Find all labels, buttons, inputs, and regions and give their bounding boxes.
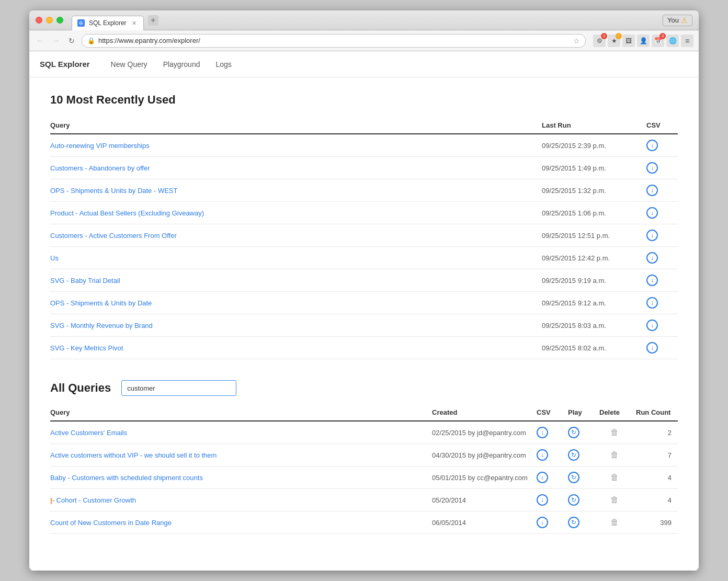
- recently-used-title: 10 Most Recently Used: [50, 93, 678, 107]
- search-input[interactable]: [121, 380, 236, 396]
- recently-used-row: Product - Actual Best Sellers (Excluding…: [50, 202, 678, 224]
- play-button[interactable]: ↻: [568, 517, 579, 528]
- col-header-all-query: Query: [50, 404, 432, 421]
- url-bar[interactable]: 🔒 https://www.epantry.com/explorer/ ☆: [82, 34, 586, 48]
- csv-download-button[interactable]: [646, 342, 658, 354]
- last-run-cell: 09/25/2015 1:32 p.m.: [542, 179, 646, 202]
- play-button[interactable]: ↻: [568, 472, 579, 483]
- delete-button[interactable]: 🗑: [599, 518, 630, 527]
- query-name-cell[interactable]: Customers - Active Customers From Offer: [50, 224, 542, 247]
- query-name-cell[interactable]: SVG - Monthly Revenue by Brand: [50, 314, 542, 337]
- csv-cell: [646, 292, 678, 314]
- extension-icon-2[interactable]: ★ !: [608, 35, 620, 47]
- last-run-cell: 09/25/2015 1:06 p.m.: [542, 202, 646, 224]
- run-count-cell: 4: [636, 489, 678, 511]
- all-query-name-cell[interactable]: Active Customers' Emails: [50, 421, 432, 444]
- last-run-cell: 09/25/2015 2:39 p.m.: [542, 134, 646, 157]
- bookmark-icon[interactable]: ☆: [573, 37, 580, 45]
- nav-link-logs[interactable]: Logs: [215, 58, 231, 71]
- all-csv-download-button[interactable]: [537, 427, 548, 438]
- query-name-cell[interactable]: Product - Actual Best Sellers (Excluding…: [50, 202, 542, 224]
- csv-cell: [646, 314, 678, 337]
- extension-icon-3[interactable]: 🖼: [622, 35, 635, 47]
- csv-download-button[interactable]: [646, 140, 658, 151]
- play-button[interactable]: ↻: [568, 449, 579, 461]
- all-query-csv-cell: [537, 489, 568, 511]
- delete-button[interactable]: 🗑: [599, 450, 630, 460]
- csv-download-button[interactable]: [646, 275, 658, 286]
- all-query-play-cell: ↻: [568, 511, 599, 534]
- delete-button[interactable]: 🗑: [599, 428, 630, 437]
- play-button[interactable]: ↻: [568, 494, 579, 506]
- all-query-created-cell: 05/01/2015 by cc@epantry.com: [432, 466, 537, 489]
- nav-link-playground[interactable]: Playground: [163, 58, 200, 71]
- csv-download-button[interactable]: [646, 297, 658, 309]
- all-query-name-cell[interactable]: Active customers without VIP - we should…: [50, 444, 432, 466]
- delete-button[interactable]: 🗑: [599, 495, 630, 505]
- col-header-csv: CSV: [646, 117, 678, 134]
- last-run-cell: 09/25/2015 9:19 a.m.: [542, 269, 646, 292]
- query-name-cell[interactable]: OPS - Shipments & Units by Date - WEST: [50, 179, 542, 202]
- all-query-name-cell[interactable]: Count of New Customers in Date Range: [50, 511, 432, 534]
- all-query-created-cell: 05/20/2014: [432, 489, 537, 511]
- all-query-delete-cell: 🗑: [599, 511, 636, 534]
- app-logo: SQL Explorer: [40, 60, 90, 69]
- recently-used-row: Us 09/25/2015 12:42 p.m.: [50, 247, 678, 269]
- last-run-cell: 09/25/2015 12:51 p.m.: [542, 224, 646, 247]
- maximize-button[interactable]: [56, 17, 63, 24]
- query-name-cell[interactable]: Customers - Abandoners by offer: [50, 157, 542, 179]
- all-query-play-cell: ↻: [568, 421, 599, 444]
- col-header-all-delete: Delete: [599, 404, 636, 421]
- back-button[interactable]: ←: [35, 35, 46, 47]
- close-button[interactable]: [36, 17, 42, 24]
- query-name-cell[interactable]: OPS - Shipments & Units by Date: [50, 292, 542, 314]
- csv-download-button[interactable]: [646, 252, 658, 264]
- all-query-name-cell[interactable]: Baby - Customers with scheduled shipment…: [50, 466, 432, 489]
- query-name-cell[interactable]: SVG - Key Metrics Pivot: [50, 337, 542, 359]
- extension-icon-5[interactable]: 📅 3: [652, 35, 664, 47]
- csv-cell: [646, 157, 678, 179]
- extension-icon-4[interactable]: 👤: [637, 35, 650, 47]
- nav-link-new-query[interactable]: New Query: [111, 58, 147, 71]
- all-query-csv-cell: [537, 466, 568, 489]
- query-name-cell[interactable]: SVG - Baby Trial Detail: [50, 269, 542, 292]
- extension-icon-1[interactable]: ⚙ 1: [593, 35, 606, 47]
- all-csv-download-button[interactable]: [537, 494, 548, 506]
- all-query-csv-cell: [537, 421, 568, 444]
- tab-favicon: G: [77, 19, 85, 27]
- query-name-cell[interactable]: Auto-renewing VIP memberships: [50, 134, 542, 157]
- all-query-created-cell: 02/25/2015 by jd@epantry.com: [432, 421, 537, 444]
- all-query-delete-cell: 🗑: [599, 466, 636, 489]
- csv-download-button[interactable]: [646, 230, 658, 241]
- csv-download-button[interactable]: [646, 162, 658, 174]
- col-header-query: Query: [50, 117, 542, 134]
- all-csv-download-button[interactable]: [537, 449, 548, 461]
- all-csv-download-button[interactable]: [537, 517, 548, 528]
- recently-used-row: Auto-renewing VIP memberships 09/25/2015…: [50, 134, 678, 157]
- csv-download-button[interactable]: [646, 185, 658, 196]
- play-button[interactable]: ↻: [568, 427, 579, 438]
- all-query-created-cell: 06/05/2014: [432, 511, 537, 534]
- user-label: You: [667, 16, 679, 24]
- ssl-icon: 🔒: [87, 37, 95, 44]
- refresh-button[interactable]: ↻: [66, 35, 77, 47]
- toolbar-icons: ⚙ 1 ★ ! 🖼 👤 📅 3 🌐 ≡: [593, 35, 693, 47]
- delete-button[interactable]: 🗑: [599, 473, 630, 482]
- run-count-cell: 2: [636, 421, 678, 444]
- query-prefix: |-: [50, 496, 56, 504]
- browser-tab[interactable]: G SQL Explorer ✕: [72, 16, 144, 30]
- extension-icon-6[interactable]: 🌐: [666, 35, 679, 47]
- csv-cell: [646, 179, 678, 202]
- csv-download-button[interactable]: [646, 207, 658, 219]
- menu-button[interactable]: ≡: [681, 35, 693, 47]
- tab-close-button[interactable]: ✕: [131, 19, 138, 27]
- minimize-button[interactable]: [46, 17, 53, 24]
- all-query-name-cell[interactable]: |- Cohort - Customer Growth: [50, 489, 432, 511]
- query-name-cell[interactable]: Us: [50, 247, 542, 269]
- forward-button[interactable]: →: [50, 35, 62, 47]
- new-tab-button[interactable]: +: [148, 15, 158, 26]
- recently-used-row: OPS - Shipments & Units by Date 09/25/20…: [50, 292, 678, 314]
- all-csv-download-button[interactable]: [537, 472, 548, 483]
- recently-used-row: Customers - Active Customers From Offer …: [50, 224, 678, 247]
- csv-download-button[interactable]: [646, 320, 658, 331]
